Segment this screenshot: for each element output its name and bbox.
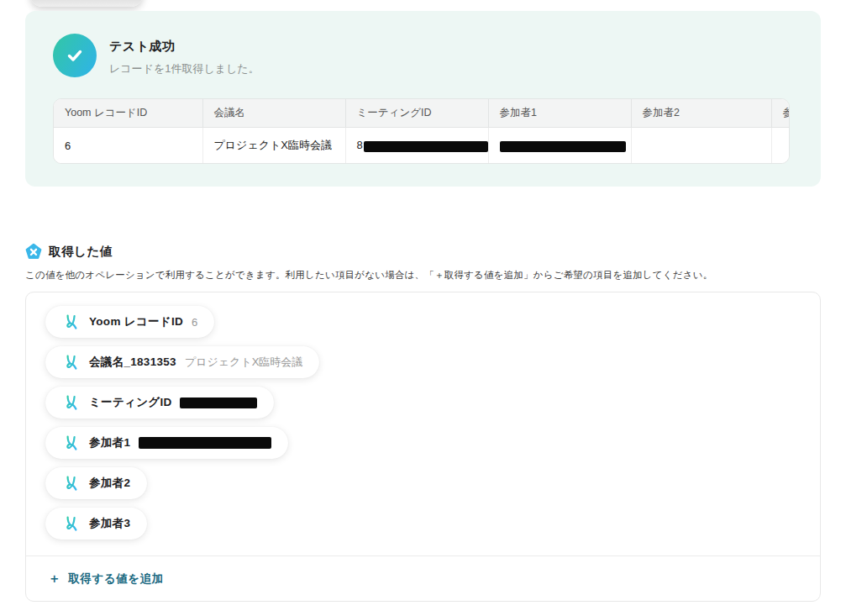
- redacted-value: [139, 437, 271, 449]
- redacted-value: [180, 398, 257, 408]
- yoom-variable-icon: [64, 394, 79, 411]
- pill-value: プロジェクトX臨時会議: [185, 355, 303, 370]
- yoom-variable-icon: [64, 313, 79, 330]
- meeting-id-prefix: 8: [357, 139, 363, 151]
- col-header-record-id: Yoom レコードID: [54, 99, 202, 128]
- yoom-variable-icon: [64, 475, 79, 492]
- retrieved-values-header: 取得した値: [25, 243, 113, 260]
- yoom-variable-icon: [64, 354, 79, 371]
- value-pill-meeting-name[interactable]: 会議名_1831353 プロジェクトX臨時会議: [45, 346, 319, 378]
- cell-participant3: [771, 128, 790, 164]
- values-panel-footer: ＋ 取得する値を追加: [26, 555, 820, 601]
- redacted-value: [364, 141, 488, 152]
- value-pill-participant2[interactable]: 参加者2: [45, 467, 147, 499]
- cell-participant2: [631, 128, 771, 164]
- redacted-value: [500, 141, 626, 152]
- col-header-participant1: 参加者1: [488, 99, 631, 128]
- add-value-button-label: 取得する値を追加: [69, 571, 164, 587]
- pill-label: Yoom レコードID: [89, 314, 183, 329]
- table-row: 6 プロジェクトX臨時会議 8: [54, 128, 790, 164]
- value-pill-participant1[interactable]: 参加者1: [45, 427, 288, 459]
- value-pill-meeting-id[interactable]: ミーティングID: [45, 387, 274, 419]
- test-success-panel: テスト成功 レコードを1件取得しました。 Yoom レコードID 会議名 ミーテ…: [25, 11, 821, 187]
- add-value-button[interactable]: ＋ 取得する値を追加: [48, 571, 163, 587]
- result-table: Yoom レコードID 会議名 ミーティングID 参加者1 参加者2 参加者3 …: [53, 98, 790, 164]
- cell-meeting-name: プロジェクトX臨時会議: [202, 128, 345, 164]
- yoom-variable-icon: [64, 515, 79, 532]
- plus-icon: ＋: [48, 571, 61, 587]
- col-header-meeting-name: 会議名: [202, 99, 345, 128]
- section-description: この値を他のオペレーションで利用することができます。利用したい項目がない場合は、…: [25, 269, 807, 282]
- value-pill-list: Yoom レコードID 6 会議名_1831353 プロジェクトX臨時会議 ミー…: [45, 306, 319, 540]
- page: テスト成功 レコードを1件取得しました。 Yoom レコードID 会議名 ミーテ…: [0, 0, 846, 616]
- pill-label: 会議名_1831353: [89, 355, 176, 370]
- pill-label: 参加者2: [89, 476, 130, 491]
- success-check-icon: [53, 34, 97, 77]
- variable-x-icon: [25, 243, 42, 260]
- pill-label: ミーティングID: [89, 395, 171, 410]
- cell-meeting-id: 8: [345, 128, 488, 164]
- success-message: レコードを1件取得しました。: [109, 61, 260, 76]
- col-header-participant2: 参加者2: [631, 99, 771, 128]
- pill-value: 6: [192, 316, 197, 329]
- pill-label: 参加者1: [89, 435, 130, 450]
- col-header-meeting-id: ミーティングID: [345, 99, 488, 128]
- success-title: テスト成功: [109, 39, 176, 55]
- value-pill-participant3[interactable]: 参加者3: [45, 508, 147, 540]
- col-header-participant3: 参加者3: [771, 99, 790, 128]
- pill-label: 参加者3: [89, 516, 130, 531]
- table-header-row: Yoom レコードID 会議名 ミーティングID 参加者1 参加者2 参加者3: [54, 99, 790, 128]
- retrieved-values-panel: Yoom レコードID 6 会議名_1831353 プロジェクトX臨時会議 ミー…: [25, 292, 821, 602]
- cell-participant1: [488, 128, 631, 164]
- partial-test-button[interactable]: [30, 0, 143, 7]
- value-pill-record-id[interactable]: Yoom レコードID 6: [45, 306, 214, 338]
- cell-record-id: 6: [54, 128, 202, 164]
- yoom-variable-icon: [64, 434, 79, 451]
- section-title: 取得した値: [49, 244, 113, 260]
